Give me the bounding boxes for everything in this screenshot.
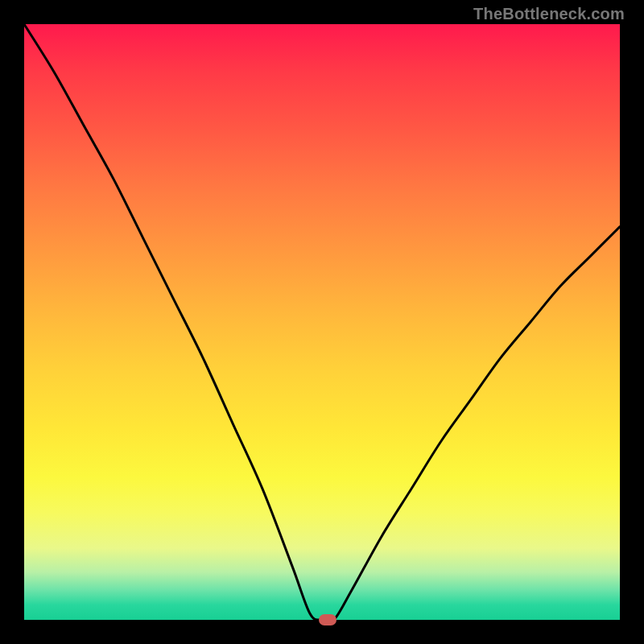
optimal-point-marker <box>319 614 336 625</box>
chart-frame: TheBottleneck.com <box>0 0 644 644</box>
plot-area <box>24 24 620 620</box>
watermark-text: TheBottleneck.com <box>473 5 625 23</box>
bottleneck-curve <box>24 24 620 620</box>
